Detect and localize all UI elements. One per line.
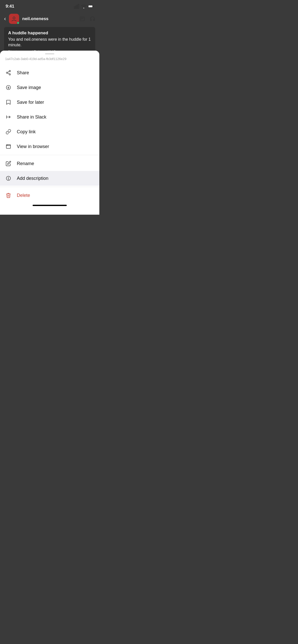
menu-item-delete[interactable]: Delete <box>0 188 99 203</box>
chat-username: neil.oneness <box>22 16 76 21</box>
svg-rect-6 <box>88 5 92 7</box>
header-actions <box>79 16 95 22</box>
menu-item-copy-link[interactable]: Copy link <box>0 124 99 139</box>
share-icon <box>5 69 12 76</box>
save-image-label: Save image <box>17 85 41 90</box>
menu-item-save-image[interactable]: Save image <box>0 80 99 95</box>
rename-label: Rename <box>17 161 34 166</box>
link-icon <box>5 128 12 135</box>
menu-item-share-in-slack[interactable]: Share in Slack <box>0 110 99 124</box>
file-id: 1a47c2ab-3ab0-419d-ad5a-fb3df1126e29 <box>0 55 99 65</box>
svg-point-12 <box>9 74 11 75</box>
bookmark-icon <box>5 99 12 106</box>
svg-point-7 <box>13 17 15 19</box>
svg-point-16 <box>8 145 8 145</box>
primary-menu: Share Save image Save for later <box>0 65 99 154</box>
battery-icon <box>88 4 94 9</box>
svg-rect-14 <box>6 145 11 149</box>
svg-point-10 <box>9 70 11 72</box>
secondary-menu: Rename Add description <box>0 156 99 186</box>
status-bar: 9:41 <box>0 0 99 11</box>
share-forward-icon <box>5 114 12 120</box>
avatar-container <box>9 14 19 24</box>
menu-divider-2 <box>0 187 99 187</box>
menu-divider <box>0 155 99 155</box>
back-button[interactable]: ‹ <box>4 16 6 22</box>
signal-icon <box>74 4 79 9</box>
status-icons <box>74 4 94 9</box>
copy-link-label: Copy link <box>17 129 36 135</box>
add-description-label: Add description <box>17 176 48 181</box>
compose-icon[interactable] <box>79 16 85 22</box>
svg-rect-1 <box>75 6 76 8</box>
view-in-browser-label: View in browser <box>17 144 49 149</box>
status-time: 9:41 <box>6 4 14 9</box>
huddle-title: A huddle happened <box>8 31 91 36</box>
svg-point-18 <box>8 177 9 178</box>
pencil-icon <box>5 160 12 167</box>
svg-rect-0 <box>74 7 75 8</box>
save-for-later-label: Save for later <box>17 100 44 105</box>
wifi-icon <box>81 4 87 9</box>
browser-icon <box>5 143 12 150</box>
huddle-description: You and neil.oneness were in the huddle … <box>8 37 91 48</box>
trash-icon <box>5 192 12 199</box>
svg-rect-3 <box>78 4 79 8</box>
person-icon <box>11 16 17 22</box>
sheet-handle-area <box>0 51 99 55</box>
svg-rect-2 <box>77 5 78 8</box>
home-indicator <box>33 205 67 206</box>
menu-item-save-for-later[interactable]: Save for later <box>0 95 99 110</box>
menu-item-share[interactable]: Share <box>0 65 99 80</box>
online-indicator <box>17 22 19 24</box>
menu-item-rename[interactable]: Rename <box>0 156 99 171</box>
share-in-slack-label: Share in Slack <box>17 114 46 120</box>
svg-point-4 <box>84 8 84 8</box>
danger-menu: Delete <box>0 188 99 203</box>
share-label: Share <box>17 70 29 76</box>
svg-point-15 <box>7 145 7 145</box>
sheet-handle <box>45 53 54 54</box>
chat-header: ‹ neil.oneness <box>4 11 95 27</box>
save-image-icon <box>5 84 12 91</box>
headphones-icon[interactable] <box>90 16 95 22</box>
menu-item-view-in-browser[interactable]: View in browser <box>0 139 99 154</box>
bottom-sheet: 1a47c2ab-3ab0-419d-ad5a-fb3df1126e29 Sha… <box>0 51 99 215</box>
description-icon <box>5 175 12 182</box>
menu-item-add-description[interactable]: Add description <box>0 171 99 186</box>
svg-point-11 <box>6 72 8 74</box>
delete-label: Delete <box>17 193 30 198</box>
